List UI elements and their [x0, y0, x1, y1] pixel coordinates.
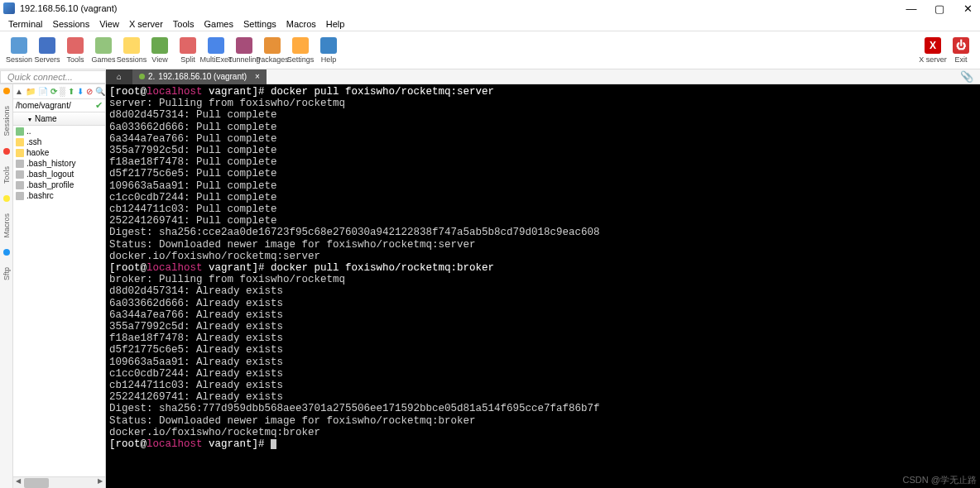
tools-icon	[67, 37, 84, 54]
sftp-path-bar[interactable]: /home/vagrant/ ✔	[13, 99, 105, 112]
menu-macros[interactable]: Macros	[286, 19, 316, 29]
tool-split[interactable]: Split	[174, 37, 202, 64]
sftp-file-list: ...sshhaoke.bash_history.bash_logout.bas…	[13, 126, 105, 476]
sftp-item-name: ..	[26, 127, 31, 136]
download-icon[interactable]: ⬇	[77, 87, 84, 97]
tab-home[interactable]: ⌂	[106, 69, 132, 84]
quick-connect-input[interactable]: Quick connect...	[0, 70, 106, 84]
tool-session[interactable]: Session	[5, 37, 33, 64]
file-icon	[16, 160, 24, 168]
menu-terminal[interactable]: Terminal	[8, 19, 43, 29]
menu-tools[interactable]: Tools	[173, 19, 195, 29]
sftp-item[interactable]: .bash_history	[13, 158, 105, 169]
search-icon[interactable]: 🔍	[95, 87, 105, 97]
app-icon	[3, 2, 15, 14]
sftp-item[interactable]: .ssh	[13, 136, 105, 147]
sftp-item-name: .ssh	[26, 137, 41, 146]
tool-label: Exit	[954, 55, 967, 64]
terminal-pane[interactable]: [root@localhost vagrant]# docker pull fo…	[106, 84, 980, 488]
tool-label: Servers	[34, 55, 60, 64]
tool-label: Split	[180, 55, 195, 64]
sftp-column-header[interactable]: ▾Name	[13, 112, 105, 126]
tab-index: 2.	[148, 72, 155, 81]
tool-tunneling[interactable]: Tunneling	[230, 37, 258, 64]
watermark: CSDN @学无止路	[903, 474, 977, 486]
sftp-item-name: .bash_profile	[26, 180, 74, 189]
tool-tools[interactable]: Tools	[61, 37, 89, 64]
sftp-toolbar: ▲ 📁 📄 ⟳ ░ ⬆ ⬇ ⊘ 🔍	[13, 84, 105, 99]
settings-icon	[292, 37, 309, 54]
file-icon	[16, 181, 24, 189]
tool-packages[interactable]: Packages	[258, 37, 286, 64]
minimize-button[interactable]: —	[906, 2, 917, 15]
bullet-icon	[3, 195, 10, 202]
menu-settings[interactable]: Settings	[243, 19, 276, 29]
sftp-item[interactable]: ..	[13, 126, 105, 136]
files-icon[interactable]: 📄	[38, 87, 48, 97]
folder-icon	[16, 127, 24, 136]
check-icon: ✔	[95, 100, 103, 111]
tool-games[interactable]: Games	[89, 37, 118, 64]
sftp-item-name: haoke	[26, 148, 49, 157]
sftp-item[interactable]: .bash_profile	[13, 179, 105, 190]
tool-sessions[interactable]: Sessions	[118, 37, 146, 64]
upload-icon[interactable]: ⬆	[68, 87, 74, 97]
tool-servers[interactable]: Servers	[33, 37, 61, 64]
sidetab-macros[interactable]: Macros	[2, 213, 11, 238]
tab-session-active[interactable]: 2. 192.168.56.10 (vagrant) ×	[132, 69, 267, 84]
close-button[interactable]: ✕	[962, 2, 973, 15]
tool-settings[interactable]: Settings	[286, 37, 315, 64]
maximize-button[interactable]: ▢	[934, 2, 945, 15]
tool-help[interactable]: Help	[315, 37, 343, 64]
x-server-icon: X	[925, 37, 941, 54]
games-icon	[95, 37, 112, 54]
tool-exit[interactable]: ⏻Exit	[947, 37, 975, 64]
tool-label: X server	[919, 55, 947, 64]
window-title: 192.168.56.10 (vagrant)	[20, 3, 117, 13]
tool-label: Packages	[256, 55, 289, 64]
session-icon	[11, 37, 27, 54]
tool-label: Tools	[66, 55, 84, 64]
help-icon	[320, 37, 337, 54]
split-icon	[180, 37, 196, 54]
tool-label: Games	[91, 55, 115, 64]
sftp-panel: ▲ 📁 📄 ⟳ ░ ⬆ ⬇ ⊘ 🔍 /home/vagrant/ ✔ ▾Name…	[13, 84, 106, 488]
tool-label: Help	[321, 55, 337, 64]
tool-view[interactable]: View	[146, 37, 174, 64]
menu-help[interactable]: Help	[326, 19, 345, 29]
folder-icon	[16, 138, 24, 146]
tool-label: Settings	[287, 55, 315, 64]
menu-sessions[interactable]: Sessions	[53, 19, 90, 29]
status-dot-icon	[139, 74, 145, 79]
sftp-item[interactable]: haoke	[13, 147, 105, 158]
multiexec-icon	[208, 37, 224, 54]
tool-label: Sessions	[117, 55, 147, 64]
sftp-scrollbar[interactable]: ◀▶	[13, 476, 105, 488]
tool-multiexec[interactable]: MultiExec	[202, 37, 230, 64]
window-titlebar: 192.168.56.10 (vagrant) — ▢ ✕	[0, 0, 980, 17]
sftp-item-name: .bashrc	[26, 191, 54, 200]
menu-games[interactable]: Games	[204, 19, 233, 29]
sidetab-sftp[interactable]: Sftp	[2, 267, 11, 280]
packages-icon	[264, 37, 281, 54]
menu-view[interactable]: View	[99, 19, 119, 29]
view-icon[interactable]: ░	[60, 87, 65, 97]
refresh-icon[interactable]: ⟳	[50, 87, 57, 97]
sidetab-sessions[interactable]: Sessions	[2, 106, 11, 136]
sidetab-tools[interactable]: Tools	[2, 166, 11, 184]
bullet-icon	[3, 249, 10, 256]
servers-icon	[39, 37, 55, 54]
tab-close-icon[interactable]: ×	[255, 72, 260, 81]
sftp-item[interactable]: .bash_logout	[13, 169, 105, 179]
sftp-path: /home/vagrant/	[16, 101, 71, 110]
cancel-icon[interactable]: ⊘	[86, 87, 93, 97]
tool-x-server[interactable]: XX server	[919, 37, 947, 64]
folder-icon[interactable]: 📁	[26, 87, 36, 97]
tab-label: 192.168.56.10 (vagrant)	[158, 72, 247, 81]
sftp-item[interactable]: .bashrc	[13, 190, 105, 201]
sftp-item-name: .bash_history	[26, 159, 75, 168]
menu-x-server[interactable]: X server	[129, 19, 163, 29]
file-icon	[16, 170, 24, 179]
nav-up-icon[interactable]: ▲	[15, 87, 23, 97]
clip-icon[interactable]: 📎	[960, 70, 973, 83]
